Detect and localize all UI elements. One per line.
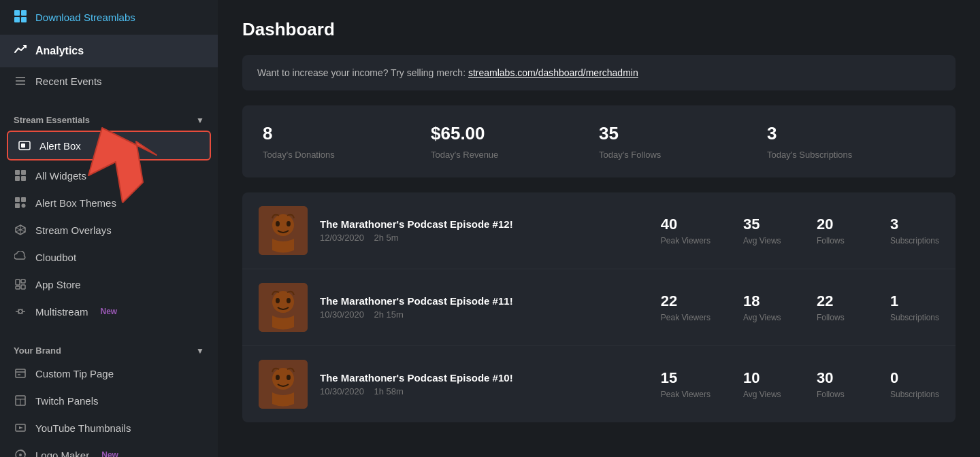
stream-stat-subs-3: 0 Subscriptions [890, 369, 939, 399]
avg-views-label: Avg Views [743, 236, 784, 246]
stream-stat-follows-3: 30 Follows [817, 369, 858, 399]
stat-donations: 8 Today's Donations [263, 123, 431, 160]
stream-overlays-label: Stream Overlays [35, 224, 112, 236]
sidebar-item-logo-maker[interactable]: Logo Maker New [0, 441, 218, 457]
sidebar-item-analytics[interactable]: Analytics [0, 35, 218, 67]
svg-rect-14 [21, 197, 26, 202]
stream-thumb-2 [259, 283, 308, 332]
stream-stat-follows-1: 20 Follows [817, 216, 858, 246]
alert-box-icon [18, 139, 31, 152]
svg-rect-11 [15, 176, 20, 181]
sidebar-item-app-store[interactable]: App Store [0, 271, 218, 298]
sidebar-item-stream-overlays[interactable]: Stream Overlays [0, 216, 218, 243]
sidebar-item-youtube-thumbnails[interactable]: YouTube Thumbnails [0, 414, 218, 441]
stream-item-1[interactable]: The Marathoner's Podcast Episode #12! 12… [242, 192, 956, 269]
stream-stat-peak-2: 22 Peak Viewers [661, 292, 710, 322]
sidebar-item-twitch-panels[interactable]: Twitch Panels [0, 387, 218, 414]
stream-title-3: The Marathoner's Podcast Episode #10! [320, 372, 649, 384]
custom-tip-label: Custom Tip Page [35, 368, 114, 379]
stream-stat-peak-1: 40 Peak Viewers [661, 216, 710, 246]
stream-item-3[interactable]: The Marathoner's Podcast Episode #10! 10… [242, 346, 956, 422]
donations-value: 8 [263, 123, 431, 144]
analytics-icon [14, 43, 27, 59]
svg-point-16 [22, 204, 26, 208]
svg-rect-19 [21, 285, 25, 289]
multistream-new-badge: New [101, 307, 118, 316]
subs-value-1: 3 [890, 216, 939, 233]
stream-thumb-1 [259, 206, 308, 255]
svg-rect-12 [21, 176, 26, 181]
svg-point-35 [276, 221, 280, 226]
stream-stats-3: 15 Peak Viewers 10 Avg Views 30 Follows … [661, 369, 939, 399]
page-title: Dashboard [242, 19, 956, 40]
avg-views-value-1: 35 [743, 216, 784, 233]
follows-value-1: 20 [817, 216, 858, 233]
follows-value: 35 [599, 123, 767, 144]
sidebar-item-custom-tip[interactable]: Custom Tip Page [0, 360, 218, 387]
stream-stat-avg-3: 10 Avg Views [743, 369, 784, 399]
svg-rect-18 [21, 280, 25, 283]
sidebar-item-cloudbot[interactable]: Cloudbot [0, 243, 218, 271]
sidebar-item-all-widgets[interactable]: All Widgets [0, 162, 218, 189]
stats-row: 8 Today's Donations $65.00 Today's Reven… [242, 105, 956, 177]
sidebar-item-alert-box-themes[interactable]: Alert Box Themes [0, 189, 218, 216]
svg-point-39 [276, 298, 280, 303]
svg-rect-2 [14, 17, 20, 22]
stream-essentials-header: Stream Essentials ▼ [0, 105, 218, 129]
multistream-icon [14, 305, 27, 318]
revenue-value: $65.00 [431, 123, 599, 144]
stream-stats-1: 40 Peak Viewers 35 Avg Views 20 Follows … [661, 216, 939, 246]
alert-box-themes-icon [14, 196, 27, 209]
chevron-down-icon: ▼ [196, 116, 204, 125]
peak-viewers-value-3: 15 [661, 369, 710, 387]
sidebar-item-recent-events[interactable]: Recent Events [0, 67, 218, 95]
all-widgets-label: All Widgets [35, 170, 86, 182]
svg-point-31 [19, 454, 22, 456]
subs-value-3: 0 [890, 369, 939, 387]
promo-link[interactable]: streamlabs.com/dashboard/merchadmin [468, 67, 638, 78]
svg-rect-1 [21, 10, 27, 16]
chevron-down-icon-2: ▼ [196, 346, 204, 356]
follows-label: Today's Follows [599, 150, 767, 160]
stream-item-2[interactable]: The Marathoner's Podcast Episode #11! 10… [242, 269, 956, 346]
alert-box-themes-label: Alert Box Themes [35, 197, 116, 209]
svg-point-40 [287, 298, 291, 303]
svg-rect-22 [16, 369, 25, 377]
subs-label-1: Subscriptions [890, 236, 939, 246]
stream-list: The Marathoner's Podcast Episode #12! 12… [242, 192, 956, 422]
twitch-panels-label: Twitch Panels [35, 395, 99, 407]
subscriptions-label: Today's Subscriptions [767, 150, 935, 160]
logo-maker-label: Logo Maker [35, 450, 89, 458]
promo-text: Want to increase your income? Try sellin… [257, 67, 466, 78]
follows-label-1: Follows [817, 236, 858, 246]
svg-rect-20 [16, 286, 20, 289]
svg-marker-29 [19, 426, 23, 429]
your-brand-header: Your Brand ▼ [0, 336, 218, 360]
svg-rect-10 [21, 170, 26, 175]
recent-events-icon [14, 74, 27, 88]
stat-follows: 35 Today's Follows [599, 123, 767, 160]
download-streamlabs-button[interactable]: Download Streamlabs [0, 0, 218, 35]
stream-meta-1: 12/03/2020 2h 5m [320, 233, 649, 243]
svg-rect-13 [15, 197, 20, 202]
revenue-label: Today's Revenue [431, 150, 599, 160]
stream-title-2: The Marathoner's Podcast Episode #11! [320, 295, 649, 307]
sidebar-item-alert-box[interactable]: Alert Box [7, 131, 211, 160]
subscriptions-value: 3 [767, 123, 935, 144]
youtube-thumbnails-icon [14, 421, 27, 435]
stream-stat-subs-2: 1 Subscriptions [890, 292, 939, 322]
app-store-label: App Store [35, 279, 81, 290]
svg-point-36 [287, 221, 291, 226]
svg-rect-17 [16, 280, 20, 285]
download-label: Download Streamlabs [35, 12, 135, 23]
stream-stat-peak-3: 15 Peak Viewers [661, 369, 710, 399]
avg-views-value-2: 18 [743, 292, 784, 310]
stream-stats-2: 22 Peak Viewers 18 Avg Views 22 Follows … [661, 292, 939, 322]
stream-thumb-3 [259, 360, 308, 409]
stream-meta-2: 10/30/2020 2h 15m [320, 309, 649, 320]
youtube-thumbnails-label: YouTube Thumbnails [35, 422, 131, 434]
logo-maker-new-badge: New [101, 450, 118, 457]
sidebar-item-multistream[interactable]: Multistream New [0, 298, 218, 325]
recent-events-label: Recent Events [35, 75, 102, 87]
follows-value-3: 30 [817, 369, 858, 387]
